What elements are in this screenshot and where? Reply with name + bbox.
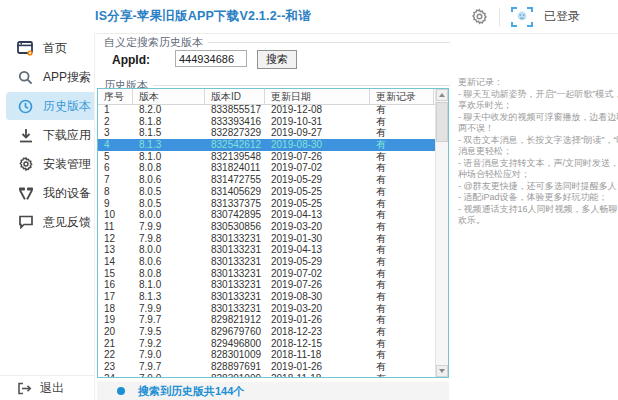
avatar-scan-icon[interactable] [511,7,533,27]
table-row[interactable]: 148.0.68301332312019-05-29有 [98,256,435,268]
sidebar-item-home[interactable]: 首页 [6,34,94,62]
table-row[interactable]: 18.2.08338555172019-12-08有 [98,104,435,116]
column-header-record[interactable]: 更新记录 [370,89,434,104]
table-cell: 2019-07-02 [265,162,370,174]
table-cell: 8.1.8 [133,116,205,128]
table-row[interactable]: 138.0.08301332312019-04-13有 [98,244,435,256]
table-cell: 有 [370,174,434,186]
table-cell: 有 [370,361,434,373]
table-row[interactable]: 28.1.88333934162019-10-31有 [98,116,435,128]
table-row[interactable]: 78.0.68314727552019-05-29有 [98,174,435,186]
table-cell: 8.0.8 [133,162,205,174]
install-gear-icon [17,156,34,173]
home-window-icon [17,40,34,57]
table-cell: 8.2.0 [133,104,205,116]
column-header-version-id[interactable]: 版本ID [205,89,265,104]
table-cell: 2019-08-30 [265,139,370,151]
table-cell: 8.0.8 [133,268,205,280]
search-groupbox-header: 自义定搜索历史版本 [104,35,450,50]
scrollbar-thumb[interactable] [436,102,448,142]
table-row[interactable]: 187.9.98301332312019-03-20有 [98,303,435,315]
table-cell: 23 [98,361,133,373]
table-cell: 8.1.0 [133,151,205,163]
table-cell: 3 [98,127,133,139]
history-clock-icon [17,98,34,115]
table-cell: 2019-03-20 [265,303,370,315]
table-row[interactable]: 197.9.78298219122019-01-26有 [98,314,435,326]
table-row[interactable]: 127.9.88301332312019-01-30有 [98,233,435,245]
table-cell: 有 [370,244,434,256]
table-row[interactable]: 217.9.28294968002018-12-15有 [98,338,435,350]
scroll-down-icon[interactable] [436,365,448,377]
column-header-date[interactable]: 更新日期 [265,89,370,104]
sidebar-item-install[interactable]: 安装管理 [6,150,94,178]
sidebar-item-exit[interactable]: 退出 [0,375,95,400]
table-row[interactable]: 38.1.58328273292019-09-27有 [98,127,435,139]
group-border-line [208,42,450,43]
table-cell: 833855517 [205,104,265,116]
table-cell: 13 [98,244,133,256]
header-divider [499,8,500,26]
table-row[interactable]: 88.0.58314056292019-05-25有 [98,186,435,198]
appid-input[interactable] [175,50,247,67]
table-row[interactable]: 237.9.78288976912019-01-26有 [98,361,435,373]
table-row[interactable]: 108.0.08307428952019-04-13有 [98,209,435,221]
table-row[interactable]: 178.1.38301332312019-08-30有 [98,291,435,303]
table-row[interactable]: 158.0.88301332312019-07-02有 [98,268,435,280]
table-cell: 832542612 [205,139,265,151]
table-cell: 2 [98,116,133,128]
table-cell: 7.9.7 [133,314,205,326]
search-icon [17,69,34,86]
table-row[interactable]: 168.1.08301332312019-07-26有 [98,279,435,291]
sidebar-item-feedback[interactable]: 意见反馈 [6,208,94,236]
column-header-version[interactable]: 版本 [133,89,205,104]
table-cell: 2019-09-27 [265,127,370,139]
table-cell: 有 [370,338,434,350]
gear-icon[interactable] [471,8,488,25]
table-cell: 2019-05-25 [265,186,370,198]
search-button[interactable]: 搜索 [257,50,297,69]
table-cell: 7.9.0 [133,373,205,377]
table-cell: 2019-04-13 [265,244,370,256]
table-cell: 829496800 [205,338,265,350]
table-cell: 830133231 [205,244,265,256]
sidebar-item-label: 意见反馈 [43,214,91,231]
table-row[interactable]: 98.0.58313373752019-05-25有 [98,198,435,210]
table-cell: 2019-04-13 [265,209,370,221]
table-cell: 有 [370,139,434,151]
table-cell: 8.0.5 [133,198,205,210]
table-cell: 2019-12-08 [265,104,370,116]
table-cell: 830133231 [205,291,265,303]
sidebar-item-history[interactable]: 历史版本 [6,92,94,120]
table-row[interactable]: 68.0.88318240112019-07-02有 [98,162,435,174]
table-cell: 2019-01-26 [265,314,370,326]
table-row[interactable]: 117.9.98305308562019-03-20有 [98,221,435,233]
table-scrollbar[interactable] [435,89,448,377]
table-cell: 有 [370,303,434,315]
sidebar-item-app-search[interactable]: APP搜索 [6,63,94,91]
table-row[interactable]: 58.1.08321395482019-07-26有 [98,151,435,163]
table-row[interactable]: 247.9.08283010092018-11-18有 [98,373,435,377]
history-table-body: 18.2.08338555172019-12-08有28.1.883339341… [98,104,435,377]
table-cell: 830530856 [205,221,265,233]
table-cell: 7 [98,174,133,186]
table-cell: 22 [98,349,133,361]
column-header-index[interactable]: 序号 [98,89,133,104]
table-cell: 有 [370,116,434,128]
exit-label: 退出 [40,380,64,397]
table-cell: 8.0.6 [133,174,205,186]
table-cell: 2019-05-25 [265,198,370,210]
app-title: IS分享-苹果旧版APP下载V2.1.2--和谐 [95,8,311,25]
table-cell: 有 [370,291,434,303]
table-row[interactable]: 227.9.08283010092018-11-18有 [98,349,435,361]
table-cell: 8.0.5 [133,186,205,198]
table-row[interactable]: 207.9.58296797602018-12-23有 [98,326,435,338]
table-cell: 有 [370,104,434,116]
scroll-up-icon[interactable] [436,89,448,101]
sidebar-item-download[interactable]: 下载应用 [6,121,94,149]
table-row[interactable]: 48.1.38325426122019-08-30有 [98,139,435,151]
appid-label: AppId: [112,53,150,67]
sidebar-item-devices[interactable]: 我的设备 [6,179,94,207]
table-cell: 2019-03-20 [265,221,370,233]
table-cell: 828301009 [205,373,265,377]
